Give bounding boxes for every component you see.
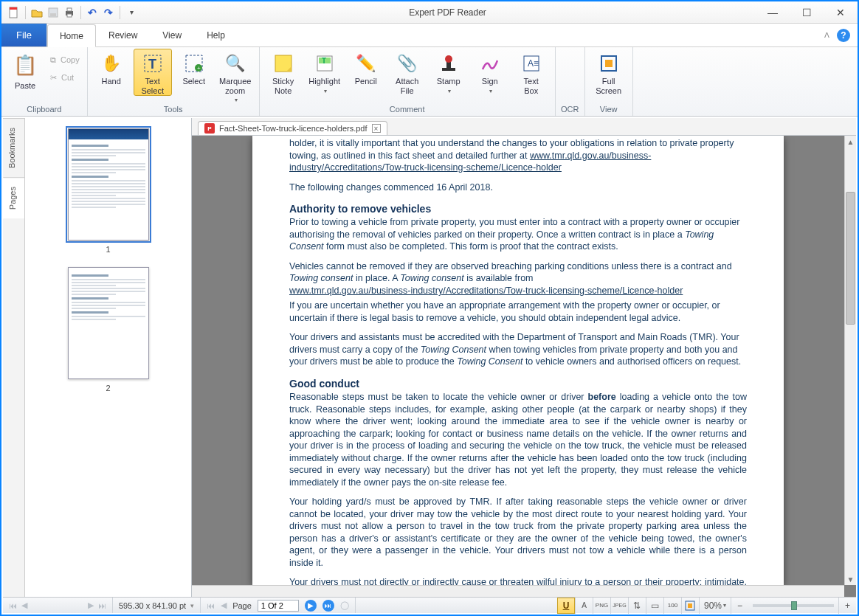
title-bar: ↶ ↷ ▾ Expert PDF Reader — ☐ ✕ <box>1 1 858 24</box>
svg-rect-5 <box>67 8 72 11</box>
status-dimensions: 595.30 x 841.90 pt ▾ <box>113 598 201 613</box>
page-next-icon[interactable]: ▶ <box>88 601 94 610</box>
paperclip-icon: 📎 <box>396 52 419 75</box>
hand-icon: ✋ <box>100 52 123 75</box>
group-view: Full Screen View <box>585 47 633 116</box>
nav-first-icon[interactable]: ⏮ <box>207 601 215 610</box>
highlight-button[interactable]: THighlight▾ <box>306 49 344 94</box>
attach-file-button[interactable]: 📎Attach File <box>388 49 427 95</box>
close-button[interactable]: ✕ <box>824 1 858 24</box>
link-tmr-licence-holder-2[interactable]: www.tmr.qld.gov.au/business-industry/Acc… <box>289 285 683 296</box>
thumbnails-panel: 1 2 <box>25 118 192 597</box>
close-document-icon[interactable]: × <box>372 124 381 133</box>
qat-save-icon[interactable] <box>45 4 61 21</box>
text-box-button[interactable]: A≡Text Box <box>512 49 551 95</box>
sign-button[interactable]: Sign▾ <box>471 49 509 94</box>
page-prev-icon[interactable]: ◀ <box>21 601 27 610</box>
svg-text:+: + <box>197 65 201 72</box>
continuous-icon[interactable]: 100 <box>663 598 681 614</box>
scroll-down-icon[interactable]: ▼ <box>845 573 856 585</box>
doc-good-p3: Your drivers must not directly or indire… <box>289 576 747 585</box>
dims-menu-icon[interactable]: ▾ <box>190 602 194 609</box>
zoom-value[interactable]: 90%▾ <box>699 598 731 614</box>
copy-button[interactable]: ⧉Copy <box>47 52 83 68</box>
page-number-input[interactable] <box>258 600 299 612</box>
document-tab-bar: P Fact-Sheet-Tow-truck-licence-holders.p… <box>192 118 856 136</box>
qat-customize-icon[interactable]: ▾ <box>123 4 139 21</box>
thumbnail-page-2[interactable]: 2 <box>25 267 191 392</box>
text-select-icon: T <box>141 52 165 75</box>
group-comment: Sticky Note THighlight▾ ✏️Pencil 📎Attach… <box>260 47 556 116</box>
copy-icon: ⧉ <box>50 55 56 65</box>
qat-new-icon[interactable] <box>6 4 22 21</box>
viewer-scroll-area[interactable]: holder, it is vitally important that you… <box>192 136 844 585</box>
tab-view[interactable]: View <box>150 24 194 46</box>
svg-rect-1 <box>10 7 17 10</box>
pencil-button[interactable]: ✏️Pencil <box>347 49 385 86</box>
group-clipboard: 📋 Paste ⧉Copy ✂Cut Clipboard <box>1 47 88 116</box>
status-left: ⏮ ◀ ▶ ⏭ <box>3 598 113 613</box>
window-title: Expert PDF Reader <box>139 7 756 18</box>
svg-rect-6 <box>67 14 72 17</box>
horizontal-scrollbar[interactable] <box>192 585 844 597</box>
zoom-out-icon[interactable]: − <box>731 598 748 614</box>
paste-label: Paste <box>15 81 35 91</box>
svg-rect-22 <box>605 60 613 67</box>
view-mode-a-icon[interactable]: A <box>575 598 593 614</box>
page-first-icon[interactable]: ⏮ <box>9 601 17 610</box>
chevron-down-icon: ▾ <box>489 88 492 94</box>
fullscreen-icon <box>597 52 621 75</box>
page-label: Page <box>232 601 252 610</box>
chevron-down-icon: ▾ <box>448 88 451 94</box>
qat-open-icon[interactable] <box>29 4 45 21</box>
side-tab-bookmarks[interactable]: Bookmarks <box>3 118 24 177</box>
heading-good-conduct: Good conduct <box>289 377 747 390</box>
export-jpeg-icon[interactable]: JPEG <box>610 598 628 614</box>
fit-page-icon[interactable] <box>681 598 699 614</box>
text-select-tool-button[interactable]: TText Select <box>134 49 172 96</box>
svg-rect-3 <box>50 13 56 16</box>
tab-help[interactable]: Help <box>194 24 238 46</box>
thumbnail-page-1[interactable]: 1 <box>25 128 191 254</box>
scroll-thumb[interactable] <box>846 192 855 325</box>
side-tab-pages[interactable]: Pages <box>3 177 24 218</box>
qat-redo-icon[interactable]: ↷ <box>100 4 117 21</box>
zoom-in-icon[interactable]: + <box>838 598 856 614</box>
vertical-scrollbar[interactable]: ▲ ▼ <box>844 136 856 585</box>
sign-icon <box>478 52 502 75</box>
minimize-button[interactable]: — <box>756 1 790 24</box>
tab-review[interactable]: Review <box>96 24 150 46</box>
toggle-arrows-icon[interactable]: ⇅ <box>628 598 646 614</box>
qat-undo-icon[interactable]: ↶ <box>84 4 100 21</box>
qat-print-icon[interactable] <box>61 4 77 21</box>
export-png-icon[interactable]: PNG <box>593 598 610 614</box>
zoom-slider[interactable] <box>753 604 834 607</box>
svg-point-18 <box>445 55 452 63</box>
status-bar: ⏮ ◀ ▶ ⏭ 595.30 x 841.90 pt ▾ ⏮ ◀ Page ▶ … <box>3 597 856 613</box>
marquee-zoom-button[interactable]: 🔍Marquee zoom▾ <box>216 49 255 103</box>
help-icon[interactable]: ? <box>837 29 850 42</box>
stamp-button[interactable]: Stamp▾ <box>430 49 468 94</box>
tab-home[interactable]: Home <box>47 24 96 47</box>
pdf-page: holder, it is vitally important that you… <box>252 136 784 585</box>
select-tool-button[interactable]: +Select <box>175 49 213 86</box>
view-mode-underline-icon[interactable]: U <box>557 598 575 614</box>
highlight-icon: T <box>313 52 337 75</box>
page-last-icon[interactable]: ⏭ <box>98 601 106 610</box>
heading-authority: Authority to remove vehicles <box>289 202 747 215</box>
single-page-icon[interactable]: ▭ <box>646 598 663 614</box>
nav-next-icon[interactable]: ▶ <box>305 600 317 612</box>
pdf-icon: P <box>204 123 215 134</box>
scroll-up-icon[interactable]: ▲ <box>845 136 856 148</box>
nav-last-icon[interactable]: ⏭ <box>322 600 334 612</box>
full-screen-button[interactable]: Full Screen <box>590 49 628 95</box>
nav-prev-icon[interactable]: ◀ <box>221 601 227 610</box>
document-tab[interactable]: P Fact-Sheet-Tow-truck-licence-holders.p… <box>198 121 387 135</box>
maximize-button[interactable]: ☐ <box>790 1 824 24</box>
paste-button[interactable]: 📋 Paste <box>6 49 44 91</box>
cut-button[interactable]: ✂Cut <box>47 69 83 86</box>
sticky-note-button[interactable]: Sticky Note <box>264 49 303 95</box>
hand-tool-button[interactable]: ✋Hand <box>92 49 131 86</box>
ribbon-collapse-icon[interactable]: ᐱ <box>824 31 829 39</box>
file-menu-button[interactable]: File <box>1 24 47 46</box>
